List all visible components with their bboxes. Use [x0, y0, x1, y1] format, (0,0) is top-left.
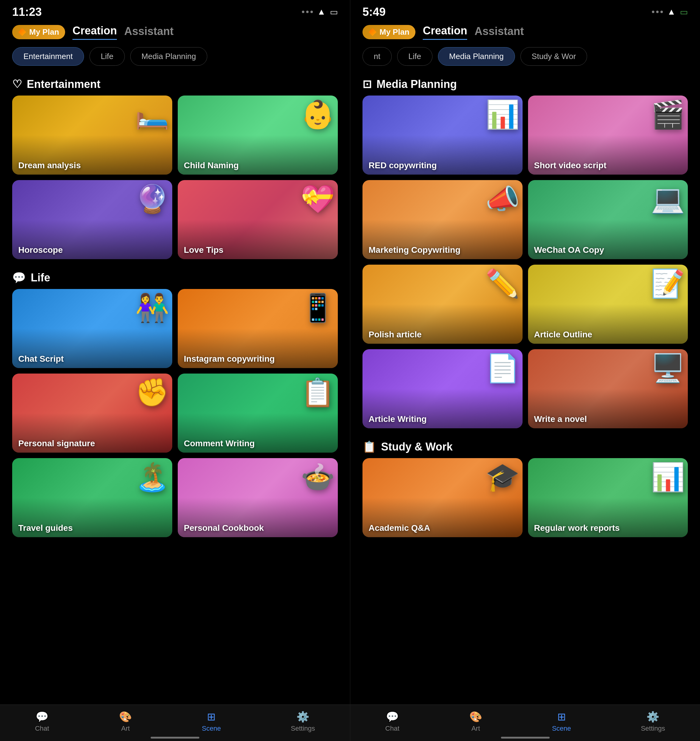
settings-nav-label-left: Settings	[291, 725, 315, 732]
section-label-study: Study & Work	[381, 440, 453, 453]
section-label-life: Life	[31, 271, 50, 284]
card-short-video[interactable]: 🎬 Short video script	[528, 95, 688, 175]
academic-illustration: 🎓	[485, 461, 519, 493]
wechat-illustration: 💻	[651, 183, 685, 215]
media-grid: 📊 RED copywriting 🎬 Short video script 📣…	[350, 95, 700, 428]
section-header-entertainment: ♡ Entertainment	[0, 69, 350, 95]
category-pills-right: nt Life Media Planning Study & Wor	[350, 40, 700, 69]
card-academic[interactable]: 🎓 Academic Q&A	[362, 458, 522, 537]
comment-illustration: 📋	[301, 377, 335, 408]
header-nav-left: My Plan Creation Assistant	[0, 21, 350, 40]
pill-media-planning-left[interactable]: Media Planning	[130, 47, 207, 66]
section-entertainment: ♡ Entertainment 🛏️ Dream analysis 👶 Chil…	[0, 69, 350, 259]
scroll-content-left[interactable]: ♡ Entertainment 🛏️ Dream analysis 👶 Chil…	[0, 69, 350, 741]
art-nav-icon-left: 🎨	[119, 710, 132, 723]
card-label-horoscope: Horoscope	[12, 241, 172, 259]
status-bar-left: 11:23 ▲ ▭	[0, 0, 350, 21]
bottom-nav-left: 💬 Chat 🎨 Art ⊞ Scene ⚙️ Settings	[0, 704, 350, 741]
card-instagram[interactable]: 📱 Instagram copywriting	[178, 289, 338, 368]
card-wechat[interactable]: 💻 WeChat OA Copy	[528, 180, 688, 259]
card-child[interactable]: 👶 Child Naming	[178, 95, 338, 175]
wifi-icon-left: ▲	[317, 7, 326, 17]
card-label-short-video: Short video script	[528, 156, 688, 175]
card-label-academic: Academic Q&A	[362, 519, 522, 537]
my-plan-badge-left[interactable]: My Plan	[12, 25, 65, 39]
scroll-content-right[interactable]: ⊡ Media Planning 📊 RED copywriting 🎬 Sho…	[350, 69, 700, 741]
nav-tab-creation-left[interactable]: Creation	[72, 24, 117, 40]
card-signature[interactable]: ✊ Personal signature	[12, 374, 172, 453]
pill-study-work-right[interactable]: Study & Wor	[521, 47, 587, 66]
battery-icon-left: ▭	[330, 7, 338, 17]
nav-settings-left[interactable]: ⚙️ Settings	[291, 710, 315, 732]
card-marketing[interactable]: 📣 Marketing Copywriting	[362, 180, 522, 259]
card-label-cookbook: Personal Cookbook	[178, 519, 338, 537]
card-cookbook[interactable]: 🍲 Personal Cookbook	[178, 458, 338, 537]
chat-nav-icon-left: 💬	[35, 710, 49, 723]
card-label-outline: Article Outline	[528, 326, 688, 344]
travel-illustration: 🏝️	[135, 461, 169, 493]
my-plan-badge-right[interactable]: My Plan	[362, 25, 415, 39]
wifi-icon-right: ▲	[667, 7, 676, 17]
card-dream[interactable]: 🛏️ Dream analysis	[12, 95, 172, 175]
card-horoscope[interactable]: 🔮 Horoscope	[12, 180, 172, 259]
card-comment[interactable]: 📋 Comment Writing	[178, 374, 338, 453]
card-chat[interactable]: 👫 Chat Script	[12, 289, 172, 368]
nav-chat-right[interactable]: 💬 Chat	[385, 710, 399, 732]
signature-illustration: ✊	[135, 377, 169, 408]
pill-life[interactable]: Life	[90, 47, 125, 66]
card-polish[interactable]: ✏️ Polish article	[362, 265, 522, 344]
card-love[interactable]: 💝 Love Tips	[178, 180, 338, 259]
home-indicator-right	[501, 737, 550, 738]
nav-settings-right[interactable]: ⚙️ Settings	[641, 710, 665, 732]
phone-panel-right: 5:49 ▲ ▭ My Plan Creation Assistant nt L…	[350, 0, 700, 741]
scene-nav-label-left: Scene	[202, 725, 221, 732]
nav-scene-right[interactable]: ⊞ Scene	[552, 710, 571, 732]
pill-ent-right[interactable]: nt	[362, 47, 392, 66]
horoscope-illustration: 🔮	[135, 183, 169, 215]
nav-tab-creation-right[interactable]: Creation	[423, 24, 467, 40]
novel-illustration: 🖥️	[651, 352, 685, 384]
card-label-dream: Dream analysis	[12, 156, 172, 175]
section-header-study: 📋 Study & Work	[350, 431, 700, 458]
art-nav-icon-right: 🎨	[469, 710, 482, 723]
article-illustration: 📄	[485, 352, 519, 384]
life-grid: 👫 Chat Script 📱 Instagram copywriting ✊ …	[0, 289, 350, 537]
art-nav-label-right: Art	[471, 725, 480, 732]
chat-illustration: 👫	[135, 292, 169, 324]
card-label-signature: Personal signature	[12, 434, 172, 453]
my-plan-label-right: My Plan	[379, 27, 409, 37]
section-study-work: 📋 Study & Work 🎓 Academic Q&A 📊 Regular …	[350, 431, 700, 537]
status-icons-left: ▲ ▭	[302, 7, 338, 17]
card-article[interactable]: 📄 Article Writing	[362, 349, 522, 428]
short-video-illustration: 🎬	[651, 98, 685, 131]
home-indicator-left	[151, 737, 199, 738]
card-label-wechat: WeChat OA Copy	[528, 241, 688, 259]
card-workrpt[interactable]: 📊 Regular work reports	[528, 458, 688, 537]
section-life: 💬 Life 👫 Chat Script 📱 Instagram copywri…	[0, 262, 350, 537]
battery-icon-right: ▭	[680, 7, 688, 17]
scene-nav-icon-left: ⊞	[207, 710, 215, 723]
card-novel[interactable]: 🖥️ Write a novel	[528, 349, 688, 428]
card-label-comment: Comment Writing	[178, 434, 338, 453]
card-red-copy[interactable]: 📊 RED copywriting	[362, 95, 522, 175]
nav-scene-left[interactable]: ⊞ Scene	[202, 710, 221, 732]
nav-art-left[interactable]: 🎨 Art	[119, 710, 132, 732]
nav-chat-left[interactable]: 💬 Chat	[35, 710, 49, 732]
entertainment-grid: 🛏️ Dream analysis 👶 Child Naming 🔮 Horos…	[0, 95, 350, 259]
pill-entertainment[interactable]: Entertainment	[12, 47, 84, 66]
settings-nav-icon-right: ⚙️	[646, 710, 659, 723]
chat-nav-icon-right: 💬	[386, 710, 399, 723]
section-header-life: 💬 Life	[0, 262, 350, 289]
nav-tab-assistant-left[interactable]: Assistant	[124, 25, 174, 40]
nav-tab-assistant-right[interactable]: Assistant	[475, 25, 524, 40]
header-nav-right: My Plan Creation Assistant	[350, 21, 700, 40]
pill-media-planning-right[interactable]: Media Planning	[438, 47, 515, 66]
card-label-instagram: Instagram copywriting	[178, 350, 338, 368]
card-travel[interactable]: 🏝️ Travel guides	[12, 458, 172, 537]
card-outline[interactable]: 📝 Article Outline	[528, 265, 688, 344]
nav-art-right[interactable]: 🎨 Art	[469, 710, 482, 732]
red-copy-illustration: 📊	[485, 98, 519, 131]
phone-panel-left: 11:23 ▲ ▭ My Plan Creation Assistant Ent…	[0, 0, 350, 741]
pill-life-right[interactable]: Life	[397, 47, 432, 66]
card-label-chat: Chat Script	[12, 350, 172, 368]
